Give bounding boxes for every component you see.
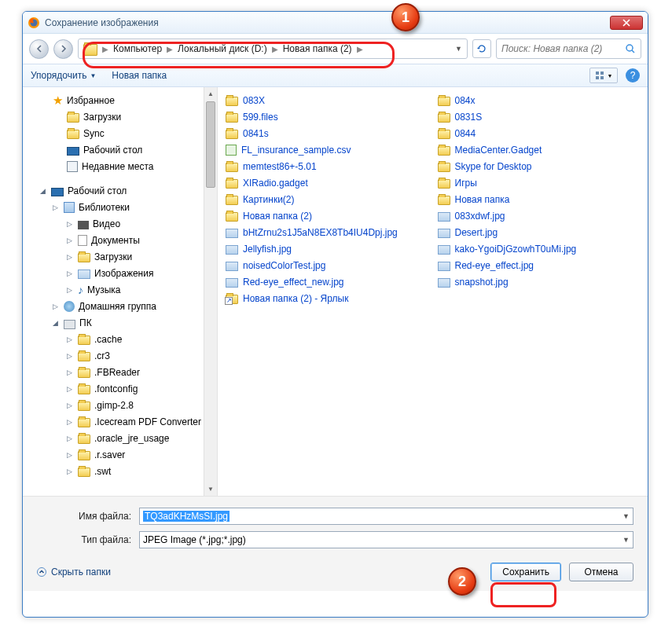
- file-item[interactable]: Skype for Desktop: [433, 158, 645, 174]
- tree-folder[interactable]: ▷.oracle_jre_usage: [29, 430, 217, 446]
- expander-icon[interactable]: ▷: [67, 451, 74, 459]
- file-item[interactable]: 599.files: [221, 108, 433, 125]
- breadcrumb-folder[interactable]: Новая папка (2): [283, 43, 352, 54]
- file-item[interactable]: memtest86+-5.01: [221, 158, 433, 174]
- file-item[interactable]: MediaCenter.Gadget: [433, 141, 645, 158]
- expander-icon[interactable]: ▷: [53, 302, 60, 310]
- chevron-down-icon[interactable]: ▼: [622, 536, 630, 544]
- tree-music[interactable]: ▷♪Музыка: [29, 281, 217, 298]
- chevron-down-icon[interactable]: ▼: [622, 512, 630, 520]
- breadcrumb-drive[interactable]: Локальный диск (D:): [178, 43, 267, 54]
- search-box[interactable]: [496, 38, 641, 59]
- chevron-down-icon[interactable]: ▼: [455, 45, 462, 53]
- file-item[interactable]: snapshot.jpg: [433, 273, 645, 290]
- address-bar[interactable]: ▶ Компьютер ▶ Локальный диск (D:) ▶ Нова…: [78, 38, 468, 59]
- tree-folder[interactable]: ▷.cr3: [29, 347, 217, 364]
- expander-icon[interactable]: ▷: [67, 270, 74, 277]
- scrollbar-thumb[interactable]: [206, 101, 215, 188]
- file-name: XIRadio.gadget: [243, 178, 308, 189]
- filename-input[interactable]: TQ3adKHzMsSI.jpg ▼: [139, 508, 633, 525]
- file-item[interactable]: Red-eye_effect_new.jpg: [221, 273, 433, 290]
- expander-icon[interactable]: ▷: [67, 402, 74, 409]
- tree-folder[interactable]: ▷.FBReader: [29, 364, 217, 380]
- file-item[interactable]: Red-eye_effect.jpg: [433, 257, 645, 273]
- organize-button[interactable]: Упорядочить ▼: [31, 70, 96, 81]
- expander-icon[interactable]: ▷: [67, 352, 74, 360]
- file-item[interactable]: Jellyfish.jpg: [221, 240, 433, 257]
- forward-button[interactable]: [53, 39, 73, 59]
- expander-icon[interactable]: ▷: [67, 236, 74, 244]
- file-item[interactable]: Новая папка (2): [221, 207, 433, 224]
- tree-images[interactable]: ▷Изображения: [29, 265, 217, 281]
- file-item[interactable]: Игры: [433, 174, 645, 191]
- file-list: 083X599.files0841sFL_insurance_sample.cs…: [218, 87, 648, 496]
- view-options-button[interactable]: ▼: [589, 68, 618, 83]
- tree-folder[interactable]: ▷.swt: [29, 463, 217, 479]
- expander-icon[interactable]: ▷: [67, 468, 74, 475]
- expander-icon[interactable]: ▷: [67, 418, 74, 426]
- file-item[interactable]: Desert.jpg: [433, 224, 645, 240]
- scroll-up-icon[interactable]: ▲: [204, 87, 217, 101]
- expander-icon[interactable]: ▷: [67, 286, 74, 294]
- tree-libraries[interactable]: ▷Библиотеки: [29, 199, 217, 215]
- save-button[interactable]: Сохранить: [490, 563, 561, 581]
- tree-folder[interactable]: ▷.fontconfig: [29, 380, 217, 397]
- breadcrumb-computer[interactable]: Компьютер: [113, 43, 162, 54]
- help-button[interactable]: ?: [626, 68, 640, 82]
- expander-icon[interactable]: ◢: [53, 319, 60, 327]
- tree-recent[interactable]: Недавние места: [29, 158, 217, 174]
- close-button[interactable]: [610, 16, 643, 30]
- tree-folder[interactable]: ▷.Icecream PDF Converter: [29, 413, 217, 430]
- tree-downloads2[interactable]: ▷Загрузки: [29, 248, 217, 265]
- file-item[interactable]: 084x: [433, 92, 645, 108]
- search-input[interactable]: [501, 43, 625, 54]
- tree-folder[interactable]: ▷.r.saver: [29, 446, 217, 463]
- file-item[interactable]: noisedColorTest.jpg: [221, 257, 433, 273]
- file-item[interactable]: 0831S: [433, 108, 645, 125]
- tree-desktop[interactable]: ◢Рабочий стол: [29, 182, 217, 199]
- tree-downloads[interactable]: Загрузки: [29, 108, 217, 125]
- tree-pc[interactable]: ◢ПК: [29, 314, 217, 331]
- cancel-button[interactable]: Отмена: [569, 563, 633, 581]
- expander-icon[interactable]: ▷: [67, 336, 74, 343]
- sidebar-scrollbar[interactable]: ▲ ▼: [204, 87, 217, 496]
- file-item[interactable]: kako-YgoiDjGzowhT0uMi.jpg: [433, 240, 645, 257]
- file-item[interactable]: Новая папка: [433, 191, 645, 207]
- scroll-down-icon[interactable]: ▼: [204, 482, 217, 496]
- file-name: Новая папка: [455, 194, 510, 205]
- refresh-button[interactable]: [472, 39, 491, 58]
- expander-icon[interactable]: ◢: [40, 187, 47, 195]
- filetype-select[interactable]: JPEG Image (*.jpg;*.jpg) ▼: [139, 531, 633, 548]
- tree-favorites[interactable]: ★Избранное: [29, 92, 217, 108]
- back-button[interactable]: [29, 39, 49, 59]
- file-item[interactable]: 083xdwf.jpg: [433, 207, 645, 224]
- video-icon: [78, 221, 89, 229]
- file-item[interactable]: 083X: [221, 92, 433, 108]
- file-item[interactable]: XIRadio.gadget: [221, 174, 433, 191]
- hide-folders-button[interactable]: Скрыть папки: [37, 566, 111, 578]
- expander-icon[interactable]: ▷: [67, 220, 74, 228]
- expander-icon[interactable]: ▷: [67, 253, 74, 261]
- tree-folder[interactable]: ▷.gimp-2.8: [29, 397, 217, 413]
- tree-homegroup[interactable]: ▷Домашняя группа: [29, 298, 217, 314]
- expander-icon[interactable]: ▷: [67, 434, 74, 442]
- tree-documents[interactable]: ▷Документы: [29, 232, 217, 248]
- file-item[interactable]: Картинки(2): [221, 191, 433, 207]
- file-item[interactable]: FL_insurance_sample.csv: [221, 141, 433, 158]
- file-item[interactable]: bHtZrnu2s1J5aN8EX8Tb4IU4Dpj.jpg: [221, 224, 433, 240]
- file-item[interactable]: Новая папка (2) - Ярлык: [221, 290, 433, 306]
- expander-icon[interactable]: ▷: [67, 385, 74, 393]
- expander-icon[interactable]: ▷: [53, 204, 60, 211]
- file-name: snapshot.jpg: [455, 277, 509, 288]
- tree-sync[interactable]: Sync: [29, 125, 217, 141]
- tree-folder[interactable]: ▷.cache: [29, 331, 217, 347]
- file-item[interactable]: 0841s: [221, 125, 433, 141]
- file-name: noisedColorTest.jpg: [243, 260, 325, 271]
- chevron-right-icon: ▶: [272, 45, 278, 53]
- tree-desktop-fav[interactable]: Рабочий стол: [29, 141, 217, 158]
- tree-video[interactable]: ▷Видео: [29, 215, 217, 232]
- folder-icon: [226, 179, 238, 189]
- expander-icon[interactable]: ▷: [67, 368, 74, 376]
- new-folder-button[interactable]: Новая папка: [112, 70, 167, 81]
- file-item[interactable]: 0844: [433, 125, 645, 141]
